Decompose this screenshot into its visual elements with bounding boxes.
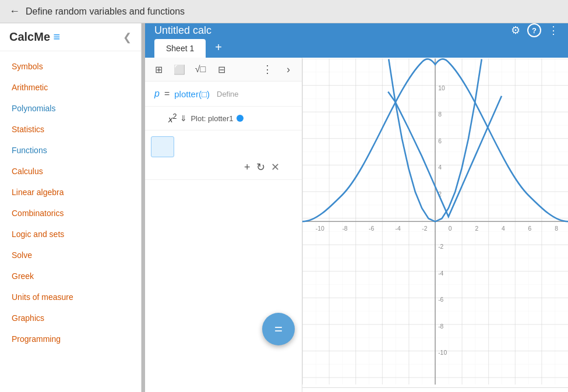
expression-line: p = plotter(□) Define xyxy=(145,82,302,107)
variable-name: p xyxy=(154,89,160,99)
toolbar-more-button[interactable]: ⋮ xyxy=(259,61,276,77)
sidebar-logo: CalcMe ≡ xyxy=(9,30,60,44)
sidebar-item-graphics[interactable]: Graphics xyxy=(0,308,141,329)
toolbar-button-grid[interactable]: ⊞ xyxy=(150,61,167,77)
app-header-icons: ⚙ ? ⋮ xyxy=(511,23,559,37)
page-title: Define random variables and functions xyxy=(26,6,185,17)
svg-text:4: 4 xyxy=(438,164,442,171)
function-expression[interactable]: plotter(□) xyxy=(174,89,210,99)
svg-text:10: 10 xyxy=(438,85,445,91)
graph-panel: 10 8 6 4 2 -2 -4 -6 -8 -10 -10 -8 -6 -4 … xyxy=(302,58,568,392)
plot-icon: ⇓ xyxy=(180,114,187,123)
editor-toolbar: ⊞ ⬜ √□ ⊟ ⋮ › xyxy=(145,58,302,82)
svg-text:-2: -2 xyxy=(422,225,427,232)
tab-add[interactable]: + xyxy=(208,37,229,58)
fab-button[interactable]: = xyxy=(262,313,295,345)
toolbar-expand-button[interactable]: › xyxy=(280,61,297,77)
svg-text:8: 8 xyxy=(438,111,442,118)
refresh-button[interactable]: ↻ xyxy=(256,161,265,174)
back-button[interactable]: ← xyxy=(9,5,20,17)
sidebar-item-symbols[interactable]: Symbols xyxy=(0,56,141,77)
svg-text:2: 2 xyxy=(475,225,478,232)
app-title: Untitled calc xyxy=(154,24,211,37)
graph-canvas: 10 8 6 4 2 -2 -4 -6 -8 -10 -10 -8 -6 -4 … xyxy=(302,58,568,386)
svg-text:-6: -6 xyxy=(438,296,443,303)
sidebar-header: CalcMe ≡ ❮ xyxy=(0,23,141,51)
tabs-bar: Sheet 1 + xyxy=(145,37,568,58)
svg-text:6: 6 xyxy=(438,138,442,144)
result-expression: x2 xyxy=(168,112,177,124)
sidebar-item-units-of-measure[interactable]: Units of measure xyxy=(0,287,141,308)
sidebar-nav: Symbols Arithmetic Polynomials Statistic… xyxy=(0,51,141,354)
top-bar: ← Define random variables and functions xyxy=(0,0,568,23)
settings-icon[interactable]: ⚙ xyxy=(511,24,520,37)
sidebar-item-statistics[interactable]: Statistics xyxy=(0,119,141,140)
more-options-icon[interactable]: ⋮ xyxy=(548,24,559,37)
sidebar-item-arithmetic[interactable]: Arithmetic xyxy=(0,77,141,98)
svg-text:-8: -8 xyxy=(342,225,347,232)
tab-sheet1[interactable]: Sheet 1 xyxy=(154,39,206,58)
sidebar-item-linear-algebra[interactable]: Linear algebra xyxy=(0,182,141,203)
svg-text:-4: -4 xyxy=(438,270,443,277)
svg-text:8: 8 xyxy=(555,225,558,232)
svg-text:-6: -6 xyxy=(369,225,374,232)
sidebar-item-greek[interactable]: Greek xyxy=(0,266,141,287)
define-label: Define xyxy=(217,90,239,98)
svg-text:-8: -8 xyxy=(438,323,443,330)
sidebar: CalcMe ≡ ❮ Symbols Arithmetic Polynomial… xyxy=(0,23,142,392)
toolbar-button-sqrt[interactable]: √□ xyxy=(192,61,209,77)
result-line: x2 ⇓ Plot: plotter1 xyxy=(145,107,302,130)
plot-color-dot xyxy=(237,115,244,122)
input-area: + ↻ ✕ xyxy=(145,130,302,180)
plot-label: Plot: plotter1 xyxy=(190,114,233,123)
svg-text:4: 4 xyxy=(502,225,505,232)
sidebar-item-functions[interactable]: Functions xyxy=(0,140,141,161)
svg-text:6: 6 xyxy=(528,225,532,232)
content-area: ⊞ ⬜ √□ ⊟ ⋮ › p = plotter(□) Define xyxy=(145,58,568,392)
input-controls: + ↻ ✕ xyxy=(151,161,296,174)
toolbar-button-matrix[interactable]: ⊟ xyxy=(213,61,230,77)
equals-sign: = xyxy=(164,89,170,99)
sidebar-item-polynomials[interactable]: Polynomials xyxy=(0,98,141,119)
sidebar-item-combinatorics[interactable]: Combinatorics xyxy=(0,203,141,224)
graph-bottom: + xyxy=(302,387,568,392)
svg-text:-2: -2 xyxy=(438,243,443,250)
app-header: Untitled calc ⚙ ? ⋮ xyxy=(145,23,568,37)
svg-text:-4: -4 xyxy=(396,225,401,232)
sidebar-item-logic-and-sets[interactable]: Logic and sets xyxy=(0,224,141,245)
sidebar-logo-symbol: ≡ xyxy=(54,30,61,43)
sidebar-collapse-button[interactable]: ❮ xyxy=(123,31,132,44)
close-input-button[interactable]: ✕ xyxy=(271,161,280,174)
toolbar-button-box[interactable]: ⬜ xyxy=(171,61,188,77)
svg-text:0: 0 xyxy=(449,225,452,232)
sidebar-item-calculus[interactable]: Calculus xyxy=(0,161,141,182)
add-expression-button[interactable]: + xyxy=(244,161,251,174)
sidebar-item-solve[interactable]: Solve xyxy=(0,245,141,266)
svg-text:-10: -10 xyxy=(438,349,447,356)
svg-text:-10: -10 xyxy=(316,225,324,232)
sidebar-item-programming[interactable]: Programming xyxy=(0,329,141,349)
right-panel: Untitled calc ⚙ ? ⋮ Sheet 1 + ⊞ ⬜ √□ ⊟ xyxy=(145,23,568,392)
input-field[interactable] xyxy=(151,136,174,157)
help-icon[interactable]: ? xyxy=(527,23,541,37)
